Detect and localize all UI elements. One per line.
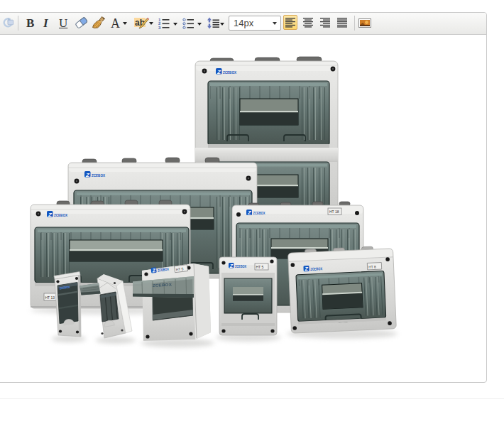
svg-text:ZCEBOX: ZCEBOX (253, 211, 265, 215)
svg-text:Z: Z (247, 210, 251, 216)
svg-text:HT 8: HT 8 (368, 264, 376, 268)
svg-text:ZCEBOX: ZCEBOX (310, 266, 322, 271)
svg-text:Z: Z (229, 263, 234, 268)
svg-text:ZCEBOX: ZCEBOX (54, 213, 67, 217)
svg-text:Z: Z (304, 266, 308, 272)
svg-text:ZCEBOX: ZCEBOX (235, 264, 246, 268)
svg-text:ZCEBOX: ZCEBOX (223, 70, 236, 75)
svg-text:HT 5: HT 5 (256, 265, 264, 269)
svg-text:HT 13: HT 13 (45, 295, 55, 300)
svg-text:HT 18: HT 18 (329, 210, 339, 214)
svg-text:ZCEBOX: ZCEBOX (92, 173, 105, 178)
